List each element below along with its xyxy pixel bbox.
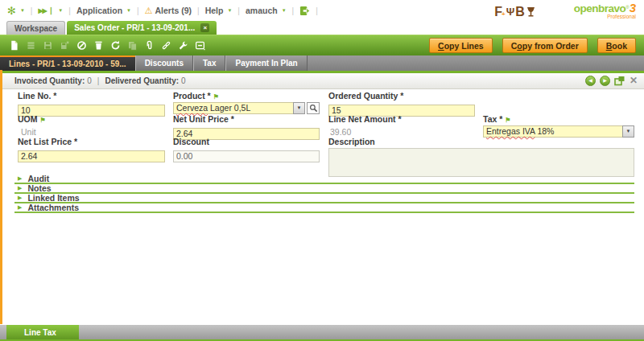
description-label: Description	[328, 137, 375, 146]
fork-icon: Ψ	[506, 4, 515, 20]
grid-view-button[interactable]	[23, 38, 39, 53]
main-tab-bar: Workspace Sales Order - PR/1 - 13-09-201…	[0, 21, 644, 35]
logout-icon	[299, 6, 310, 16]
menu-separator: |	[316, 6, 318, 15]
section-notes-label: Notes	[27, 183, 51, 193]
net-list-price-input[interactable]	[18, 150, 165, 162]
menu-separator: |	[197, 6, 200, 15]
user-name-label: amauch	[246, 6, 278, 15]
collapse-form-button[interactable]	[192, 38, 208, 53]
clone-record-button[interactable]	[125, 38, 140, 53]
tab-sales-order[interactable]: Sales Order - PR/1 - 13-09-201... ×	[67, 21, 217, 35]
copy-from-order-button[interactable]: Copy from Order	[502, 38, 588, 53]
chevron-down-icon: ▼	[126, 8, 131, 13]
goblet-icon	[526, 6, 535, 18]
close-form-button[interactable]: ✕	[630, 76, 638, 86]
discount-input[interactable]	[173, 150, 320, 162]
expand-arrow-icon: ▶	[18, 204, 22, 211]
alerts-menu[interactable]: ⚠ Alerts (9)	[145, 6, 192, 16]
description-textarea[interactable]	[328, 148, 634, 177]
product-dropdown-button[interactable]: ▼	[293, 102, 305, 114]
openbravo-window: ✻ ▼ | ▶▶❘ ▼ | Application ▼ | ⚠ Alerts (…	[0, 0, 644, 341]
section-audit[interactable]: ▶ Audit	[14, 175, 634, 184]
discount-label: Discount	[173, 137, 209, 146]
tab-line-tax-label: Line Tax	[24, 328, 56, 337]
line-no-label: Line No. *	[18, 91, 56, 101]
tax-dropdown-button[interactable]: ▼	[622, 125, 634, 138]
section-linked-items[interactable]: ▶ Linked Items	[14, 194, 634, 203]
invoiced-quantity-value: 0	[87, 76, 92, 85]
chevron-down-icon: ▼	[20, 8, 25, 13]
subtab-payment-in-plan[interactable]: Payment In Plan	[225, 55, 307, 71]
ordered-quantity-label: Ordered Quantity *	[328, 91, 403, 101]
menu-separator: |	[68, 6, 71, 15]
application-menu-label: Application	[76, 6, 122, 15]
preference-flag-icon: ⚑	[505, 117, 510, 124]
net-unit-price-label: Net Unit Price *	[173, 114, 234, 124]
maximize-restore-button[interactable]	[614, 76, 625, 86]
section-attachments[interactable]: ▶ Attachments	[14, 203, 634, 213]
menu-separator: |	[237, 6, 240, 15]
undo-cancel-button[interactable]	[74, 38, 89, 53]
brand-logos: F+ΨB openbravo®3 Professional	[494, 2, 636, 23]
user-menu[interactable]: amauch ▼	[246, 6, 287, 15]
line-net-amount-value: 39.60	[328, 125, 475, 137]
workspace-menu[interactable]: ✻ ▼	[7, 5, 25, 17]
subtab-payment-label: Payment In Plan	[235, 59, 297, 68]
search-icon	[309, 104, 318, 113]
status-separator: |	[97, 76, 100, 85]
quick-launch-menu[interactable]: ▶▶❘ ▼	[38, 6, 63, 14]
expand-arrow-icon: ▶	[18, 185, 22, 191]
subtab-discounts[interactable]: Discounts	[135, 55, 193, 71]
product-search-button[interactable]	[307, 102, 320, 114]
subtab-bar: Lines - PR/1 - 13-09-2010 - 59... Discou…	[0, 55, 644, 71]
preference-flag-icon: ⚑	[213, 93, 219, 101]
active-form-orange-stripe	[0, 70, 2, 324]
preference-flag-icon: ⚑	[40, 117, 46, 124]
application-menu[interactable]: Application ▼	[76, 6, 131, 15]
product-input[interactable]: Cerveza Lager 0,5L	[173, 102, 293, 114]
next-record-button[interactable]: ▶	[600, 76, 610, 86]
alert-warning-icon: ⚠	[145, 6, 153, 16]
section-notes[interactable]: ▶ Notes	[14, 184, 634, 194]
fast-forward-bar-icon: ❘	[48, 6, 55, 14]
expand-arrow-icon: ▶	[18, 195, 22, 201]
save-button[interactable]	[40, 38, 56, 53]
chevron-down-icon: ▼	[282, 8, 287, 13]
save-and-close-button[interactable]	[57, 38, 72, 53]
fnb-company-logo: F+ΨB	[494, 2, 535, 23]
refresh-button[interactable]	[108, 38, 123, 53]
tax-input[interactable]: Entregas IVA 18%	[483, 125, 622, 138]
subtab-lines[interactable]: Lines - PR/1 - 13-09-2010 - 59...	[0, 55, 135, 71]
net-list-price-label: Net List Price *	[18, 137, 77, 146]
book-button[interactable]: Book	[597, 38, 636, 53]
chevron-down-icon: ▼	[58, 8, 63, 13]
process-tools-button[interactable]	[175, 38, 191, 53]
action-buttons: Copy Lines Copy from Order Book	[429, 38, 638, 53]
openbravo-logo: openbravo®3 Professional	[574, 2, 636, 21]
linked-items-button[interactable]	[159, 38, 174, 53]
uom-label: UOM	[18, 114, 38, 124]
attachments-button[interactable]	[142, 38, 157, 53]
uom-value: Unit	[18, 125, 165, 137]
menu-separator: |	[31, 6, 33, 15]
tab-close-icon[interactable]: ×	[200, 23, 209, 32]
tab-line-tax[interactable]: Line Tax	[6, 325, 79, 339]
copy-lines-button[interactable]: Copy Lines	[429, 38, 493, 53]
delete-button[interactable]	[91, 38, 106, 53]
tab-workspace[interactable]: Workspace	[6, 21, 65, 35]
fnb-b: B	[515, 4, 525, 20]
section-attachments-label: Attachments	[27, 203, 79, 212]
expand-arrow-icon: ▶	[18, 175, 22, 182]
logout-button[interactable]	[299, 6, 310, 16]
fast-forward-icon: ▶▶	[38, 7, 46, 14]
line-net-amount-label: Line Net Amount *	[328, 114, 402, 124]
tab-sales-order-label: Sales Order - PR/1 - 13-09-201...	[74, 23, 195, 32]
subtab-lines-label: Lines - PR/1 - 13-09-2010 - 59...	[9, 60, 126, 68]
previous-record-button[interactable]: ◀	[585, 76, 596, 86]
chevron-down-icon: ▼	[227, 8, 232, 13]
help-menu[interactable]: Help ▼	[205, 6, 233, 15]
tab-workspace-label: Workspace	[14, 24, 57, 33]
new-record-button[interactable]	[6, 38, 22, 53]
subtab-tax[interactable]: Tax	[193, 55, 226, 71]
